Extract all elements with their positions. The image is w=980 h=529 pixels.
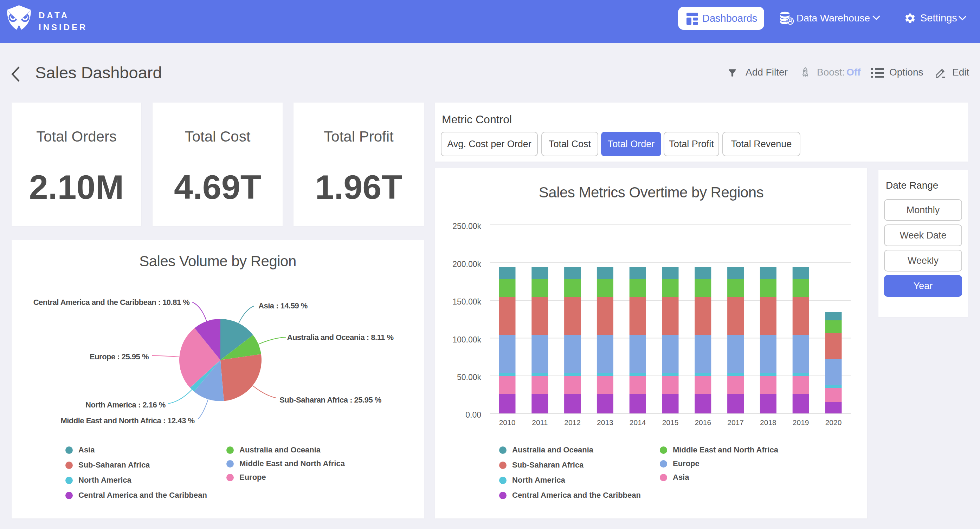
svg-text:Australia and Oceania : 8.11 %: Australia and Oceania : 8.11 % bbox=[287, 333, 394, 342]
svg-text:Central America and the Caribb: Central America and the Caribbean : 10.8… bbox=[33, 298, 190, 307]
svg-text:100.00k: 100.00k bbox=[452, 335, 481, 344]
svg-text:2020: 2020 bbox=[825, 418, 842, 426]
svg-text:50.00k: 50.00k bbox=[457, 373, 482, 382]
svg-text:Asia : 14.59 %: Asia : 14.59 % bbox=[258, 301, 307, 310]
svg-text:Europe : 25.95 %: Europe : 25.95 % bbox=[90, 352, 149, 361]
svg-text:2019: 2019 bbox=[793, 418, 809, 426]
svg-text:2015: 2015 bbox=[662, 418, 679, 426]
svg-text:2011: 2011 bbox=[532, 418, 548, 426]
svg-text:2017: 2017 bbox=[727, 418, 744, 426]
svg-text:2018: 2018 bbox=[760, 418, 776, 426]
svg-text:2010: 2010 bbox=[499, 418, 515, 426]
svg-text:2013: 2013 bbox=[597, 418, 613, 426]
svg-text:2012: 2012 bbox=[564, 418, 581, 426]
svg-text:North America : 2.16 %: North America : 2.16 % bbox=[86, 400, 165, 409]
svg-text:0.00: 0.00 bbox=[465, 410, 481, 419]
svg-text:Middle East and North Africa :: Middle East and North Africa : 12.43 % bbox=[60, 416, 194, 425]
svg-text:150.00k: 150.00k bbox=[452, 297, 481, 306]
svg-text:250.00k: 250.00k bbox=[452, 222, 481, 231]
svg-text:Sub-Saharan Africa : 25.95 %: Sub-Saharan Africa : 25.95 % bbox=[280, 396, 381, 404]
svg-text:2014: 2014 bbox=[630, 418, 646, 426]
svg-text:200.00k: 200.00k bbox=[452, 260, 481, 269]
svg-text:2016: 2016 bbox=[695, 418, 711, 426]
